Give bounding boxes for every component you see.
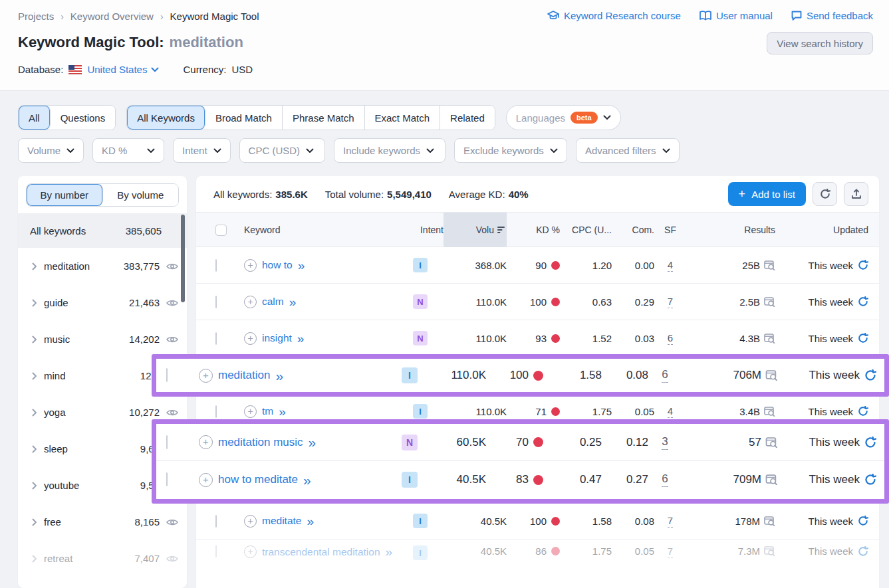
languages-dropdown[interactable]: Languages beta [506, 105, 621, 130]
match-tab[interactable]: Exact Match [365, 106, 441, 130]
expand-keyword-icon[interactable]: » [298, 259, 305, 272]
sf-value[interactable]: 4 [668, 259, 673, 272]
add-keyword-icon[interactable]: + [199, 473, 213, 487]
expand-keyword-icon[interactable]: » [309, 435, 316, 449]
filter-dropdown[interactable]: Exclude keywords [454, 138, 567, 163]
sf-value[interactable]: 6 [662, 368, 668, 383]
keyword-link[interactable]: meditation music [218, 436, 303, 449]
refresh-metrics-icon[interactable] [858, 546, 868, 557]
refresh-metrics-icon[interactable] [858, 406, 868, 417]
eye-icon[interactable] [166, 409, 178, 417]
column-header-intent[interactable]: Intent [397, 225, 444, 235]
match-tab[interactable]: Phrase Match [283, 106, 365, 130]
column-header-sf[interactable]: SF [654, 225, 686, 235]
keyword-link[interactable]: how to [262, 259, 293, 271]
column-header-kd[interactable]: KD % [507, 225, 560, 235]
serp-preview-icon[interactable] [765, 437, 778, 448]
add-keyword-icon[interactable]: + [244, 296, 257, 308]
row-checkbox[interactable] [166, 435, 168, 449]
column-header-results[interactable]: Results [686, 225, 775, 235]
send-feedback-link[interactable]: Send feedback [791, 10, 873, 21]
keyword-link[interactable]: insight [262, 332, 292, 344]
expand-keyword-icon[interactable]: » [297, 332, 304, 345]
column-header-volume[interactable]: Volu [444, 213, 507, 247]
match-tab[interactable]: Questions [51, 106, 116, 130]
refresh-metrics-icon[interactable] [864, 437, 876, 448]
refresh-metrics-icon[interactable] [864, 474, 876, 486]
row-checkbox[interactable] [166, 472, 168, 486]
serp-preview-icon[interactable] [764, 546, 775, 556]
sidebar-group-item[interactable]: music 14,202 [18, 321, 187, 357]
filter-dropdown[interactable]: Advanced filters [576, 138, 680, 163]
column-header-cpc[interactable]: CPC (U... [560, 225, 612, 235]
serp-preview-icon[interactable] [764, 407, 775, 417]
user-manual-link[interactable]: User manual [699, 10, 773, 21]
keyword-link[interactable]: meditate [262, 515, 301, 527]
sidebar-sort-tab[interactable]: By number [27, 184, 103, 206]
expand-keyword-icon[interactable]: » [307, 515, 313, 528]
filter-dropdown[interactable]: Volume [18, 138, 84, 163]
chevron-right-icon[interactable] [32, 409, 37, 417]
sidebar-group-item[interactable]: guide 21,463 [18, 284, 187, 321]
refresh-metrics-icon[interactable] [858, 333, 868, 343]
sidebar-group-item[interactable]: free 8,165 [18, 504, 187, 540]
serp-preview-icon[interactable] [764, 516, 775, 526]
chevron-right-icon[interactable] [32, 445, 37, 453]
sidebar-group-item[interactable]: meditation 383,775 [18, 248, 187, 284]
expand-keyword-icon[interactable]: » [275, 369, 283, 383]
sf-value[interactable]: 7 [668, 515, 673, 528]
add-keyword-icon[interactable]: + [244, 515, 257, 528]
refresh-metrics-icon[interactable] [858, 296, 868, 307]
row-checkbox[interactable] [166, 368, 168, 382]
keyword-link[interactable]: transcendental meditation [262, 546, 380, 558]
sf-value[interactable]: 4 [668, 405, 673, 418]
expand-keyword-icon[interactable]: » [279, 405, 285, 418]
add-keyword-icon[interactable]: + [199, 435, 213, 449]
chevron-right-icon[interactable] [32, 372, 37, 380]
expand-keyword-icon[interactable]: » [289, 296, 296, 308]
chevron-right-icon[interactable] [32, 555, 37, 563]
sf-value[interactable]: 7 [668, 296, 673, 308]
refresh-button[interactable] [813, 182, 837, 206]
sf-value[interactable]: 7 [668, 545, 673, 558]
refresh-metrics-icon[interactable] [858, 260, 868, 270]
add-keyword-icon[interactable]: + [199, 369, 213, 383]
keyword-link[interactable]: how to meditate [218, 473, 298, 486]
eye-icon[interactable] [166, 518, 178, 526]
filter-dropdown[interactable]: Intent [173, 138, 231, 163]
add-keyword-icon[interactable]: + [244, 332, 257, 345]
eye-icon[interactable] [166, 336, 178, 343]
column-header-com[interactable]: Com. [612, 225, 654, 235]
export-button[interactable] [844, 182, 868, 206]
serp-preview-icon[interactable] [765, 370, 778, 381]
row-checkbox[interactable] [215, 296, 217, 308]
refresh-metrics-icon[interactable] [858, 516, 868, 526]
keyword-link[interactable]: meditation [218, 369, 270, 382]
breadcrumb-keyword-overview[interactable]: Keyword Overview [70, 11, 154, 22]
filter-dropdown[interactable]: CPC (USD) [239, 138, 326, 163]
column-header-keyword[interactable]: Keyword [244, 225, 397, 235]
column-header-updated[interactable]: Updated [775, 225, 868, 235]
chevron-right-icon[interactable] [32, 482, 37, 490]
row-checkbox[interactable] [215, 332, 217, 345]
filter-dropdown[interactable]: Include keywords [334, 138, 445, 163]
row-checkbox[interactable] [215, 259, 217, 272]
filter-dropdown[interactable]: KD % [92, 138, 164, 163]
sf-value[interactable]: 6 [668, 332, 673, 345]
add-keyword-icon[interactable]: + [244, 405, 257, 418]
keyword-research-course-link[interactable]: Keyword Research course [547, 10, 681, 21]
add-keyword-icon[interactable]: + [244, 545, 257, 558]
serp-preview-icon[interactable] [764, 297, 775, 307]
match-tab[interactable]: Broad Match [205, 106, 283, 130]
expand-keyword-icon[interactable]: » [386, 545, 392, 558]
row-checkbox[interactable] [215, 405, 217, 418]
chevron-right-icon[interactable] [32, 518, 37, 526]
keyword-link[interactable]: tm [262, 405, 273, 417]
sidebar-item-all-keywords[interactable]: All keywords 385,605 [18, 213, 187, 248]
refresh-metrics-icon[interactable] [864, 369, 876, 381]
chevron-right-icon[interactable] [32, 299, 37, 307]
serp-preview-icon[interactable] [764, 260, 775, 270]
match-tab[interactable]: All Keywords [127, 106, 205, 130]
eye-icon[interactable] [166, 299, 178, 307]
row-checkbox[interactable] [215, 545, 217, 557]
